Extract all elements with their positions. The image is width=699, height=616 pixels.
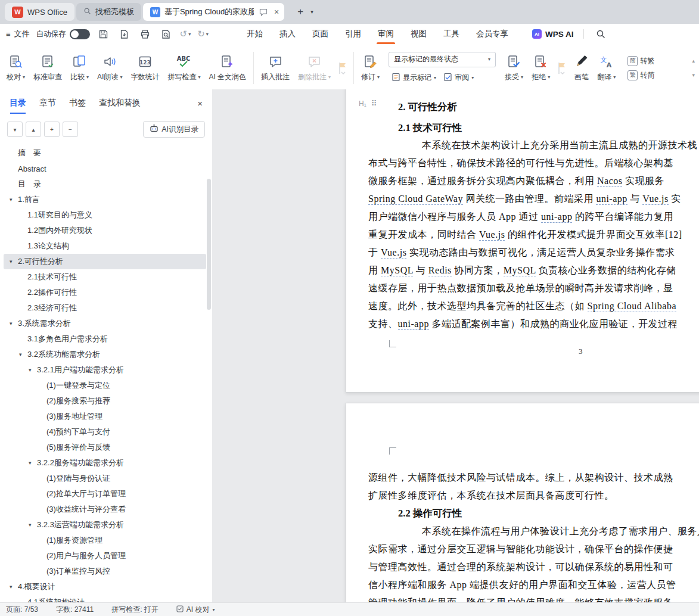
document-page-1[interactable]: 2. 可行性分析 2.1 技术可行性 本系统在技术架构设计上充分采用当前主流且成… (346, 89, 699, 393)
menu-tab-insert[interactable]: 插入 (271, 24, 304, 44)
document-page-2[interactable]: 源组件，大幅降低技术风险与试错成本。综上，从架构设计、技术成熟扩展性多维度评估，… (346, 403, 699, 603)
standard-review-button[interactable]: 标准审查 (29, 48, 66, 88)
toc-item[interactable]: 摘 要 (4, 145, 206, 161)
toc-item[interactable]: 1.1研究目的与意义 (4, 207, 206, 223)
menu-tab-page[interactable]: 页面 (304, 24, 337, 44)
menu-tab-member[interactable]: 会员专享 (468, 24, 517, 44)
toc-item[interactable]: (2)用户与服务人员管理 (4, 548, 206, 564)
toc-item[interactable]: Abstract (4, 161, 206, 176)
close-sidebar-icon[interactable]: × (197, 98, 203, 108)
spell-check-button[interactable]: ABC拼写检查▾ (163, 48, 204, 88)
toc-item[interactable]: (1)登陆与身份认证 (4, 471, 206, 486)
close-document-icon[interactable]: × (274, 7, 279, 17)
expand-all-button[interactable]: ▴ (26, 122, 41, 137)
tab-chapter[interactable]: 章节 (39, 98, 56, 108)
toc-expand-icon[interactable]: ▾ (29, 522, 37, 528)
toc-item[interactable]: 4.1系统架构设计 (4, 595, 206, 603)
menu-tab-reference[interactable]: 引用 (337, 24, 369, 44)
menu-tab-view[interactable]: 视图 (402, 24, 435, 44)
simplified-to-traditional-button[interactable]: 简 转繁 (625, 56, 657, 66)
tab-find-replace[interactable]: 查找和替换 (99, 98, 141, 108)
traditional-to-simplified-button[interactable]: 繁 转简 (625, 70, 657, 80)
toc-item[interactable]: 3.1多角色用户需求分析 (4, 331, 206, 347)
page-indicator[interactable]: 页面: 7/53 (6, 605, 38, 615)
export-pdf-button[interactable] (117, 27, 132, 41)
show-markup-button[interactable]: 显示标记 ▾ (389, 71, 439, 85)
spellcheck-status[interactable]: 拼写检查: 打开 (111, 605, 159, 615)
change-nav-button[interactable] (554, 60, 570, 76)
toc-item[interactable]: ▾3.2.3运营端功能需求分析 (4, 517, 206, 533)
tab-list-chevron-icon[interactable]: ▾ (310, 9, 313, 15)
ink-brush-button[interactable]: 画笔 (570, 48, 593, 88)
tab-toc[interactable]: 目录 (10, 98, 26, 108)
toc-expand-icon[interactable]: ▾ (29, 460, 37, 466)
chevron-down-icon[interactable]: ▾ (188, 32, 191, 37)
word-count-button[interactable]: 123字数统计 (126, 48, 163, 88)
chevron-down-icon[interactable]: ▾ (206, 32, 209, 37)
toc-expand-icon[interactable]: ▾ (19, 351, 27, 357)
toc-expand-icon[interactable]: ▾ (29, 367, 37, 373)
toc-item[interactable]: (5)服务评价与反馈 (4, 440, 206, 455)
toc-item[interactable]: 2.2操作可行性 (4, 285, 206, 300)
toc-expand-icon[interactable]: ▾ (10, 584, 18, 590)
markup-state-dropdown[interactable]: 显示标记的最终状态 ▾ (389, 52, 496, 67)
review-menu-button[interactable]: 审阅 ▾ (440, 71, 477, 85)
toc-item[interactable]: (1)服务资源管理 (4, 533, 206, 548)
expand-level-button[interactable]: + (44, 122, 60, 137)
autosave-toggle[interactable] (70, 29, 90, 39)
comment-nav-button[interactable] (335, 60, 350, 76)
word-count-indicator[interactable]: 字数: 27411 (56, 605, 94, 615)
toc-item[interactable]: ▾1.前言 (4, 192, 206, 207)
proofread-button[interactable]: 校对▾ (2, 48, 29, 88)
insert-comment-button[interactable]: 插入批注 (257, 48, 294, 88)
docer-template-tab[interactable]: 找稻壳模板 (76, 3, 141, 21)
toc-item[interactable]: ▾3.2系统功能需求分析 (4, 347, 206, 362)
toc-item[interactable]: (3)服务地址管理 (4, 409, 206, 424)
wps-ai-button[interactable]: AI WPS AI (532, 29, 574, 39)
ai-read-aloud-button[interactable]: AI朗读▾ (93, 48, 126, 88)
save-button[interactable] (97, 27, 111, 41)
toc-item[interactable]: (2)服务搜索与推荐 (4, 393, 206, 409)
document-canvas[interactable]: H₁ ⠿ 2. 可行性分析 2.1 技术可行性 本系统在技术架构设计上充分采用当… (212, 89, 699, 603)
document-tab[interactable]: W 基于Spring Cloud的家政服... × (143, 3, 284, 21)
collapse-all-button[interactable]: ▾ (7, 122, 23, 137)
menu-tab-tools[interactable]: 工具 (435, 24, 468, 44)
sidebar-scrollbar[interactable] (207, 179, 211, 310)
print-preview-button[interactable] (159, 27, 173, 41)
tab-bookmark[interactable]: 书签 (69, 98, 86, 108)
redo-button[interactable]: ↻ ▾ (197, 29, 209, 39)
menu-tab-home[interactable]: 开始 (238, 24, 271, 44)
toc-item[interactable]: ▾3.2.2服务端功能需求分析 (4, 455, 206, 471)
ai-polish-button[interactable]: AI 全文润色 (204, 48, 250, 88)
toc-expand-icon[interactable]: ▾ (10, 321, 18, 326)
translate-button[interactable]: 文A翻译▾ (593, 48, 620, 88)
ribbon-overflow-button[interactable]: ▴ ▾ (690, 58, 697, 78)
new-tab-button[interactable]: + (293, 4, 308, 20)
toc-item[interactable]: 1.2国内外研究现状 (4, 223, 206, 238)
undo-button[interactable]: ↺ ▾ (180, 29, 191, 39)
toc-item[interactable]: (2)抢单大厅与订单管理 (4, 486, 206, 502)
toc-item[interactable]: (3)订单监控与风控 (4, 564, 206, 579)
toc-item[interactable]: (4)预约下单与支付 (4, 424, 206, 440)
toc-item[interactable]: ▾3.2.1用户端功能需求分析 (4, 362, 206, 378)
compare-button[interactable]: 比较▾ (66, 48, 93, 88)
menu-tab-review[interactable]: 审阅 (369, 24, 402, 44)
accept-button[interactable]: 接受▾ (501, 48, 527, 88)
delete-comment-button[interactable]: 删除批注▾ (294, 48, 335, 88)
ai-proofread-button[interactable]: AI 校对 ▾ (176, 605, 215, 615)
toc-item[interactable]: ▾3.系统需求分析 (4, 316, 206, 331)
toc-expand-icon[interactable]: ▾ (10, 259, 18, 265)
toc-item[interactable]: 2.1技术可行性 (4, 269, 206, 285)
drag-handle-icon[interactable]: ⠿ (371, 99, 377, 108)
toc-item[interactable]: 2.3经济可行性 (4, 300, 206, 316)
toc-item[interactable]: 目 录 (4, 176, 206, 192)
toc-expand-icon[interactable]: ▾ (10, 197, 18, 203)
toc-item[interactable]: (1)一键登录与定位 (4, 378, 206, 393)
file-menu-button[interactable]: ≡ 文件 (6, 29, 30, 39)
reject-button[interactable]: 拒绝▾ (527, 48, 554, 88)
ai-recognize-toc-button[interactable]: AI识别目录 (143, 121, 205, 138)
toc-item[interactable]: (3)收益统计与评分查看 (4, 502, 206, 517)
track-changes-button[interactable]: 修订▾ (357, 48, 384, 88)
search-icon[interactable] (594, 27, 608, 41)
collapse-level-button[interactable]: − (63, 122, 78, 137)
